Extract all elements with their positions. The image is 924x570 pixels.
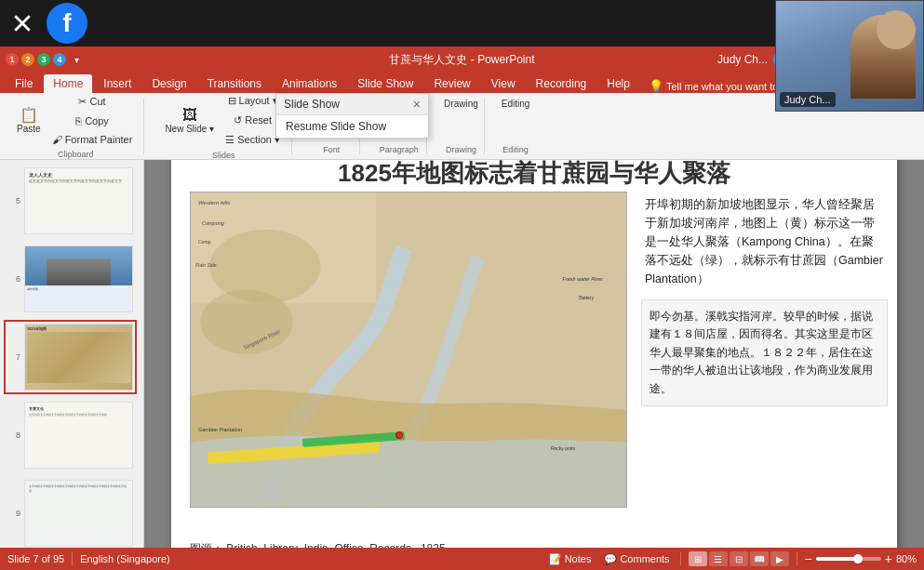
video-name-badge: Judy Ch... <box>780 92 836 107</box>
editing-label: Editing <box>502 145 529 154</box>
slides-label: Slides <box>212 151 235 160</box>
slide-num-6: 6 <box>7 274 20 284</box>
slideshow-popup-title: Slide Show <box>284 98 340 111</box>
right-quote-text: 即今勿基。溪戟实指河岸。较早的时候，据说建有１８间店屋，因而得名。其实这里是市区… <box>641 299 888 407</box>
tab-help[interactable]: Help <box>597 74 639 93</box>
ribbon-group-editing: Editing Editing <box>496 99 536 154</box>
ribbon-group-clipboard: 📋 Paste ✂ Cut ⎘ Copy 🖌 Format Painter Cl… <box>7 99 144 154</box>
powerpoint-window: 1 2 3 4 ▾ 甘蔗与华人文史 - PowerPoint Judy Ch..… <box>0 46 924 570</box>
right-text-panel: 开埠初期的新加坡地图显示，华人曾经聚居于新加坡河南岸，地图上（黄）标示这一带是一… <box>641 192 888 508</box>
zoom-area: − + 80% <box>805 552 917 565</box>
comments-button[interactable]: 💬 Comments <box>601 552 672 566</box>
tab-animations[interactable]: Animations <box>273 74 346 93</box>
status-bar-left: Slide 7 of 95 English (Singapore) <box>7 552 170 565</box>
cut-button[interactable]: ✂ Cut <box>47 93 139 111</box>
slide-thumb-9[interactable]: 9 文字内容文字内容文字内容文字内容文字内容文字内容文字内容文字内容文字内容 <box>4 476 137 548</box>
slide-img-6: 城市景观 <box>24 245 133 312</box>
tab-recording[interactable]: Recording <box>527 74 596 93</box>
paste-button[interactable]: 📋 Paste <box>13 106 45 136</box>
video-inner: Judy Ch... <box>776 1 923 111</box>
slide-canvas: 1825年地图标志着甘蔗园与华人聚落 <box>171 160 897 548</box>
map-label-fresh-river: Fresh water River <box>563 276 603 282</box>
quick-btn-1[interactable]: 1 <box>6 53 19 66</box>
status-bar-right: 📝 Notes 💬 Comments ⊞ ☰ ⊟ 📖 ▶ − <box>546 551 917 566</box>
slide-sorter-button[interactable]: ⊟ <box>730 551 748 566</box>
tab-review[interactable]: Review <box>424 74 479 93</box>
slide-count: Slide 7 of 95 <box>7 553 64 564</box>
outline-view-button[interactable]: ☰ <box>709 551 728 566</box>
map-label-rocky: Rocky point <box>551 445 575 451</box>
slideshow-popup-header: Slide Show × <box>276 94 428 115</box>
close-window-button[interactable] <box>9 10 35 36</box>
zoom-slider[interactable] <box>816 557 881 561</box>
ribbon-group-drawing: Drawing Drawing <box>438 99 485 154</box>
map-label-western-hills: Western hills <box>198 200 230 205</box>
tab-transitions[interactable]: Transitions <box>198 74 271 93</box>
slide-thumb-7[interactable]: 7 1825年地图 <box>4 320 137 394</box>
format-painter-button[interactable]: 🖌 Format Painter <box>47 131 139 148</box>
normal-view-button[interactable]: ⊞ <box>689 551 707 566</box>
slideshow-popup-close-button[interactable]: × <box>413 97 421 112</box>
tab-design[interactable]: Design <box>142 74 195 93</box>
zoom-handle[interactable] <box>853 554 863 563</box>
map-label-gambier: Gambier Plantation <box>198 427 242 432</box>
tab-view[interactable]: View <box>482 74 525 93</box>
top-bar-left: f <box>9 3 87 44</box>
slide-thumb-6[interactable]: 6 城市景观 <box>4 242 137 316</box>
slide-thumb-5[interactable]: 5 龙人人文史 这里是文字内容文字内容文字内容文字内容文字内容文字 <box>4 164 137 238</box>
view-buttons: ⊞ ☰ ⊟ 📖 ▶ <box>689 551 789 566</box>
quick-btn-3[interactable]: 3 <box>37 53 50 66</box>
facebook-logo[interactable]: f <box>47 3 87 44</box>
new-slide-button[interactable]: 🖼 New Slide ▾ <box>161 106 218 136</box>
slide-caption: 图源： British_Library_India_Office_Records… <box>190 541 446 549</box>
quick-access-more[interactable]: ▾ <box>69 52 84 67</box>
tab-insert[interactable]: Insert <box>94 74 141 93</box>
window-title: 甘蔗与华人文史 - PowerPoint <box>389 52 534 68</box>
slide-num-9: 9 <box>7 509 20 518</box>
user-name: Judy Ch... <box>717 53 768 66</box>
paragraph-label: Paragraph <box>380 145 419 154</box>
tell-me-label: Tell me what you want to do <box>666 81 793 92</box>
slideshow-popup: Slide Show × Resume Slide Show <box>275 93 429 139</box>
tab-home[interactable]: Home <box>44 74 92 93</box>
quick-btn-4[interactable]: 4 <box>53 53 66 66</box>
main-area: 5 龙人人文史 这里是文字内容文字内容文字内容文字内容文字内容文字 6 <box>0 160 924 548</box>
drawing-label: Drawing <box>446 145 476 154</box>
slide-map: Western hills Campong Comp. Plain Side F… <box>190 192 627 508</box>
zoom-in-button[interactable]: + <box>885 552 892 565</box>
font-label: Font <box>323 145 340 154</box>
slide-title: 1825年地图标志着甘蔗园与华人聚落 <box>190 160 878 190</box>
map-label-comp: Comp. <box>198 239 212 245</box>
map-label-battery: Battery <box>579 295 594 300</box>
clipboard-label: Clipboard <box>58 150 94 159</box>
resume-slideshow-button[interactable]: Resume Slide Show <box>276 115 428 138</box>
search-bar: 💡 Tell me what you want to do <box>649 79 793 93</box>
language-indicator: English (Singapore) <box>80 553 170 564</box>
status-bar: Slide 7 of 95 English (Singapore) 📝 Note… <box>0 548 924 570</box>
reading-view-button[interactable]: 📖 <box>750 551 769 566</box>
slide-img-8: 甘蔗文化 文字内容文字内容文字内容文字内容文字内容文字内容文字内容 <box>24 402 133 469</box>
slide-num-5: 5 <box>7 196 20 205</box>
right-main-text: 开埠初期的新加坡地图显示，华人曾经聚居于新加坡河南岸，地图上（黄）标示这一带是一… <box>641 192 888 292</box>
zoom-out-button[interactable]: − <box>805 552 812 565</box>
slide-num-7: 7 <box>7 352 20 362</box>
map-overlay: Western hills Campong Comp. Plain Side F… <box>191 192 626 507</box>
tab-file[interactable]: File <box>6 74 42 93</box>
ribbon-group-slides: 🖼 New Slide ▾ ⊟ Layout ▾ ↺ Reset ☰ Secti… <box>155 99 292 154</box>
map-label-plain: Plain Side <box>195 262 217 268</box>
presentation-view-button[interactable]: ▶ <box>770 551 789 566</box>
slide-num-8: 8 <box>7 431 20 440</box>
red-marker <box>395 431 403 439</box>
slide-img-9: 文字内容文字内容文字内容文字内容文字内容文字内容文字内容文字内容文字内容 <box>24 480 133 547</box>
copy-button[interactable]: ⎘ Copy <box>47 113 139 129</box>
quick-btn-2[interactable]: 2 <box>21 53 34 66</box>
slide-main: 1825年地图标志着甘蔗园与华人聚落 <box>144 160 924 548</box>
video-thumbnail: Judy Ch... <box>775 0 924 112</box>
notes-button[interactable]: 📝 Notes <box>546 552 595 566</box>
slide-thumb-8[interactable]: 8 甘蔗文化 文字内容文字内容文字内容文字内容文字内容文字内容文字内容 <box>4 398 137 472</box>
map-label-campong: Campong <box>202 220 224 226</box>
tab-slideshow[interactable]: Slide Show <box>348 74 422 93</box>
slide-img-5: 龙人人文史 这里是文字内容文字内容文字内容文字内容文字内容文字 <box>24 167 133 234</box>
zoom-fill <box>816 557 855 561</box>
slide-img-7: 1825年地图 <box>24 324 133 391</box>
